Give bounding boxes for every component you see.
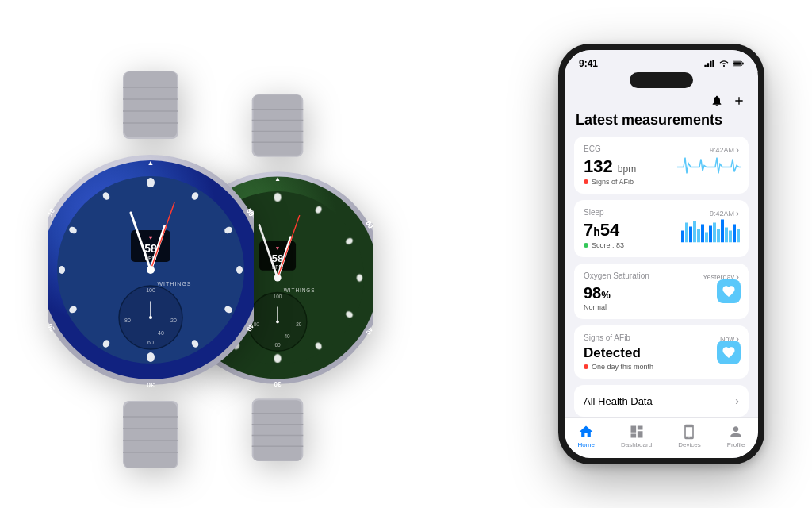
ecg-chart bbox=[677, 152, 741, 179]
svg-rect-114 bbox=[685, 223, 688, 243]
svg-point-30 bbox=[147, 352, 155, 362]
svg-rect-124 bbox=[725, 228, 728, 243]
svg-point-52 bbox=[147, 266, 155, 274]
svg-text:▲: ▲ bbox=[147, 159, 155, 167]
svg-text:▲: ▲ bbox=[274, 175, 281, 183]
svg-point-24 bbox=[147, 178, 155, 187]
svg-rect-125 bbox=[729, 231, 732, 243]
svg-point-105 bbox=[274, 274, 281, 281]
all-health-card[interactable]: All Health Data › bbox=[574, 385, 749, 417]
svg-text:100: 100 bbox=[274, 294, 282, 299]
devices-icon bbox=[681, 424, 697, 440]
svg-text:20: 20 bbox=[296, 321, 302, 327]
svg-rect-113 bbox=[681, 231, 684, 243]
svg-text:♥: ♥ bbox=[276, 244, 280, 252]
ecg-card[interactable]: ECG 9:42AM 132 bpm Signs of AFib bbox=[574, 137, 749, 194]
watch-blue: ▲ 10 20 30 40 50 60 bbox=[48, 71, 254, 468]
svg-rect-108 bbox=[710, 61, 712, 67]
scene: ▲ 10 20 30 40 50 60 bbox=[0, 0, 812, 508]
svg-rect-107 bbox=[707, 63, 710, 67]
phone: 9:41 bbox=[558, 44, 764, 464]
svg-rect-111 bbox=[742, 63, 743, 65]
sleep-chart bbox=[681, 215, 741, 243]
nav-devices-label: Devices bbox=[678, 441, 700, 448]
svg-rect-106 bbox=[704, 65, 707, 67]
status-time: 9:41 bbox=[579, 58, 598, 69]
svg-rect-123 bbox=[721, 220, 724, 243]
svg-point-77 bbox=[274, 193, 281, 202]
oxygen-card[interactable]: Oxygen Saturation Yesterday 98% Normal bbox=[574, 264, 749, 319]
afib-title: Signs of AFib bbox=[584, 333, 630, 342]
svg-rect-115 bbox=[689, 227, 692, 243]
svg-rect-116 bbox=[693, 221, 696, 243]
oxygen-value: 98% bbox=[584, 284, 739, 302]
nav-devices[interactable]: Devices bbox=[678, 424, 700, 448]
plus-icon[interactable] bbox=[733, 94, 745, 107]
nav-dashboard-label: Dashboard bbox=[621, 441, 652, 448]
svg-text:100: 100 bbox=[146, 287, 155, 293]
svg-rect-119 bbox=[705, 233, 708, 243]
svg-text:60: 60 bbox=[147, 340, 154, 345]
dashboard-icon bbox=[629, 424, 645, 440]
sleep-card[interactable]: Sleep 9:42AM 7h54 Score : 83 bbox=[574, 200, 749, 257]
svg-text:40: 40 bbox=[284, 333, 290, 339]
afib-card[interactable]: Signs of AFib Now Detected One day this … bbox=[574, 325, 749, 379]
svg-text:30: 30 bbox=[147, 381, 155, 389]
phone-screen: 9:41 bbox=[565, 50, 758, 458]
svg-rect-54 bbox=[254, 94, 302, 156]
nav-home-label: Home bbox=[578, 441, 595, 448]
svg-rect-122 bbox=[717, 229, 720, 243]
nav-home[interactable]: Home bbox=[578, 424, 595, 448]
svg-rect-126 bbox=[733, 225, 736, 243]
svg-text:WITHINGS: WITHINGS bbox=[158, 281, 192, 287]
svg-point-80 bbox=[357, 274, 362, 281]
oxygen-icon bbox=[717, 279, 741, 303]
svg-point-33 bbox=[59, 266, 65, 274]
oxygen-sub: Normal bbox=[584, 303, 739, 311]
svg-text:80: 80 bbox=[124, 318, 131, 323]
phone-content: Latest measurements ECG 9:42AM 132 bpm S… bbox=[565, 112, 758, 423]
phone-outer: 9:41 bbox=[558, 44, 764, 464]
dynamic-island bbox=[630, 72, 693, 88]
all-health-chevron: › bbox=[735, 394, 739, 407]
nav-profile-label: Profile bbox=[727, 441, 745, 448]
svg-text:30: 30 bbox=[274, 380, 282, 388]
sleep-sub: Score : 83 bbox=[584, 241, 739, 249]
afib-value: Detected bbox=[584, 346, 739, 361]
status-icons bbox=[704, 60, 744, 67]
svg-rect-117 bbox=[697, 229, 700, 243]
page-title: Latest measurements bbox=[574, 112, 749, 129]
ecg-sub: Signs of AFib bbox=[584, 178, 739, 186]
svg-point-83 bbox=[274, 354, 281, 363]
signal-icon bbox=[704, 60, 715, 67]
bottom-nav: Home Dashboard bbox=[565, 417, 758, 458]
battery-icon bbox=[733, 60, 744, 67]
all-health-label: All Health Data bbox=[584, 395, 653, 407]
svg-rect-112 bbox=[733, 62, 741, 65]
afib-icon bbox=[717, 341, 741, 364]
svg-rect-7 bbox=[124, 402, 177, 468]
svg-rect-127 bbox=[737, 229, 740, 243]
sleep-title: Sleep bbox=[584, 208, 604, 217]
svg-text:20: 20 bbox=[170, 318, 177, 323]
home-icon bbox=[578, 424, 594, 440]
svg-rect-109 bbox=[712, 60, 714, 67]
svg-rect-120 bbox=[709, 226, 712, 243]
svg-text:80: 80 bbox=[254, 321, 260, 327]
watches-container: ▲ 10 20 30 40 50 60 bbox=[24, 24, 484, 484]
afib-sub: One day this month bbox=[584, 363, 739, 371]
svg-text:WITHINGS: WITHINGS bbox=[284, 287, 316, 293]
svg-rect-121 bbox=[713, 223, 716, 243]
status-bar: 9:41 bbox=[565, 50, 758, 72]
svg-text:40: 40 bbox=[158, 330, 164, 336]
nav-dashboard[interactable]: Dashboard bbox=[621, 424, 652, 448]
profile-icon bbox=[728, 424, 744, 440]
svg-rect-60 bbox=[254, 400, 302, 461]
svg-text:60: 60 bbox=[274, 342, 281, 348]
svg-text:♥: ♥ bbox=[149, 234, 153, 241]
svg-rect-118 bbox=[701, 225, 704, 243]
svg-rect-1 bbox=[124, 71, 177, 137]
phone-header bbox=[565, 93, 758, 112]
nav-profile[interactable]: Profile bbox=[727, 424, 745, 448]
bell-icon[interactable] bbox=[710, 94, 723, 107]
